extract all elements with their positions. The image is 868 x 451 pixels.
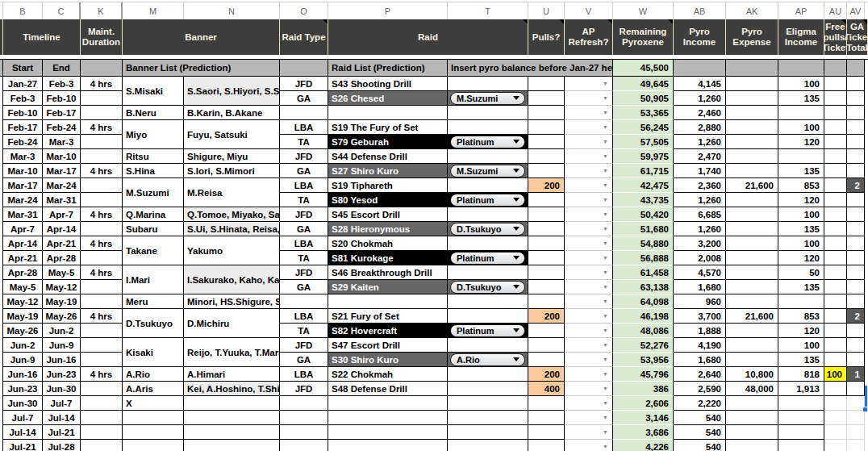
cell-ap-refresh[interactable]: ▼ (565, 425, 613, 440)
cell-raid-dropdown[interactable] (448, 149, 528, 164)
cell-pyro-expense[interactable] (726, 294, 778, 309)
cell-ap-refresh[interactable]: ▼ (565, 338, 613, 353)
cell-ap-refresh[interactable]: ▼ (565, 309, 613, 324)
cell-banner-name[interactable]: I.Mari (123, 265, 184, 294)
cell-remaining-pyroxene[interactable]: 48,086 (613, 324, 674, 338)
cell-pyro-income[interactable]: 1,680 (674, 353, 726, 367)
cell-remaining-pyroxene[interactable]: 2,606 (613, 396, 674, 411)
cell-pulls[interactable] (528, 324, 565, 338)
column-letter-U[interactable]: U (528, 2, 565, 19)
cell-pyro-expense[interactable] (726, 135, 778, 149)
cell-raid-name[interactable]: S19 Tiphareth (328, 178, 448, 193)
cell-maint-duration[interactable]: 4 hrs (81, 367, 123, 382)
cell-timeline-start[interactable]: Apr-28 (3, 265, 43, 280)
cell-ga-ticket-total[interactable] (847, 135, 865, 149)
cell-pyro-income[interactable]: 2,360 (674, 178, 726, 193)
cell-raid-dropdown[interactable]: Platinum (448, 324, 528, 338)
cell-eligma-income[interactable]: 135 (778, 222, 824, 236)
cell-ga-ticket-total[interactable] (847, 149, 865, 164)
cell-raid-name[interactable]: S79 Geburah (328, 135, 448, 149)
cell-pyro-income[interactable]: 960 (674, 294, 726, 309)
cell-raid-dropdown[interactable] (448, 396, 528, 411)
cell-ga-ticket-total[interactable] (847, 91, 865, 106)
cell-ga-ticket-total[interactable]: 2 (847, 309, 865, 324)
cell-timeline-start[interactable]: Jul-7 (3, 411, 43, 425)
cell-banner-name-under[interactable] (123, 440, 184, 451)
cell-timeline-start[interactable]: Feb-3 (3, 91, 43, 106)
cell-timeline-start[interactable]: Feb-10 (3, 106, 43, 120)
cell-pulls[interactable] (528, 338, 565, 353)
cell-raid-type[interactable]: TA (280, 251, 328, 265)
header-remaining-pyroxene[interactable]: Remaining Pyroxene (613, 19, 674, 55)
cell-raid-type[interactable]: JFD (280, 265, 328, 280)
cell-maint-duration[interactable]: 4 hrs (81, 164, 123, 178)
cell-eligma-income[interactable] (778, 106, 824, 120)
cell-eligma-income[interactable] (778, 411, 824, 425)
cell-remaining-pyroxene[interactable]: 56,888 (613, 251, 674, 265)
cell-pulls[interactable] (528, 396, 565, 411)
cell-timeline-end[interactable]: Jun-9 (43, 338, 81, 353)
cell-pyro-expense[interactable] (726, 77, 778, 91)
cell-timeline-start[interactable]: Jun-9 (3, 353, 43, 367)
cell-raid-dropdown[interactable]: M.Suzumi (448, 91, 528, 106)
cell-timeline-start[interactable]: May-19 (3, 309, 43, 324)
cell-raid-name[interactable]: S81 Kurokage (328, 251, 448, 265)
cell-timeline-end[interactable]: Jun-2 (43, 324, 81, 338)
cell-ap-refresh[interactable]: ▼ (565, 135, 613, 149)
cell-remaining-pyroxene[interactable]: 51,680 (613, 222, 674, 236)
header-pulls[interactable]: Pulls? (528, 19, 565, 55)
cell-banner-students[interactable]: S.Ui, S.Hinata, Reisa, M (184, 222, 280, 236)
cell-banner-students[interactable]: A.Himari (184, 367, 280, 382)
cell-timeline-start[interactable]: Apr-21 (3, 251, 43, 265)
cell-remaining-pyroxene[interactable]: 4,226 (613, 440, 674, 451)
header-timeline[interactable]: Timeline (3, 19, 81, 55)
cell-timeline-end[interactable]: Jul-7 (43, 396, 81, 411)
cell-raid-dropdown[interactable] (448, 382, 528, 396)
raid-boss-dropdown[interactable]: D.Tsukuyo (450, 281, 525, 294)
cell-ga-ticket-total[interactable] (847, 338, 865, 353)
cell-banner-students[interactable]: Minori, HS.Shigure, S.Serika (184, 294, 280, 309)
cell-free-pulls[interactable] (824, 440, 847, 451)
cell-ap-refresh[interactable]: ▼ (565, 236, 613, 251)
raid-boss-dropdown[interactable]: Platinum (450, 136, 525, 148)
cell-pyro-expense[interactable] (726, 411, 778, 425)
cell-raid-dropdown[interactable] (448, 106, 528, 120)
dropdown-arrow-icon[interactable]: ▼ (603, 415, 608, 420)
cell-ga-ticket-total[interactable] (847, 440, 865, 451)
cell-raid-name[interactable] (328, 440, 448, 451)
column-letter-AU[interactable]: AU (824, 2, 847, 19)
cell-raid-type[interactable]: JFD (280, 149, 328, 164)
cell-maint-duration[interactable] (81, 382, 123, 396)
raid-boss-dropdown[interactable]: Platinum (450, 194, 525, 207)
cell-raid-dropdown[interactable] (448, 207, 528, 222)
cell-pyro-income[interactable]: 1,260 (674, 222, 726, 236)
cell-pyro-income[interactable]: 2,470 (674, 149, 726, 164)
cell-free-pulls[interactable] (824, 135, 847, 149)
cell-maint-duration[interactable] (81, 440, 123, 451)
cell-raid-name[interactable] (328, 411, 448, 425)
cell-maint-duration[interactable] (81, 135, 123, 149)
cell-timeline-start[interactable]: May-26 (3, 324, 43, 338)
cell-pulls[interactable] (528, 353, 565, 367)
header-raid-type[interactable]: Raid Type (280, 19, 328, 55)
cell-free-pulls[interactable] (824, 382, 847, 396)
dropdown-caret-icon[interactable] (513, 285, 520, 289)
cell-ap-refresh[interactable]: ▼ (565, 149, 613, 164)
cell-banner-students[interactable]: Q.Tomoe, Miyako, Saki, (184, 207, 280, 222)
cell-raid-type[interactable]: JFD (280, 382, 328, 396)
cell-eligma-income[interactable]: 853 (778, 309, 824, 324)
cell-pulls[interactable] (528, 91, 565, 106)
cell-timeline-start[interactable]: May-12 (3, 294, 43, 309)
cell-raid-type[interactable]: TA (280, 324, 328, 338)
cell-maint-duration[interactable] (81, 178, 123, 193)
cell-remaining-pyroxene[interactable]: 57,505 (613, 135, 674, 149)
cell-timeline-end[interactable]: Mar-31 (43, 193, 81, 207)
cell-banner-name[interactable]: A.Rio (123, 367, 184, 382)
dropdown-caret-icon[interactable] (513, 198, 520, 202)
cell-banner-students-under[interactable] (184, 425, 280, 440)
cell-remaining-pyroxene[interactable]: 50,905 (613, 91, 674, 106)
cell-banner-name[interactable]: Subaru (123, 222, 184, 236)
cell-pyro-income[interactable]: 1,260 (674, 193, 726, 207)
cell-ap-refresh[interactable]: ▼ (565, 91, 613, 106)
column-letter-C[interactable]: C (43, 2, 81, 19)
